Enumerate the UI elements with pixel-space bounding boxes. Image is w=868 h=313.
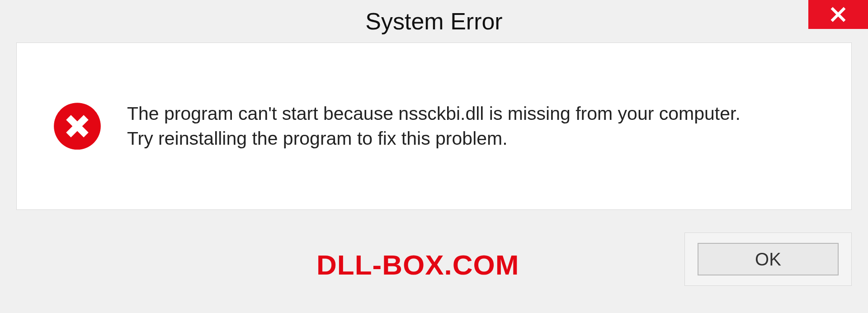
close-button[interactable] (808, 0, 868, 29)
footer-area: DLL-BOX.COM OK (0, 210, 868, 313)
ok-button[interactable]: OK (698, 243, 839, 275)
error-message-line1: The program can't start because nssckbi.… (127, 101, 741, 126)
titlebar: System Error (0, 0, 868, 43)
dialog-title: System Error (365, 8, 502, 35)
error-icon (53, 102, 102, 151)
button-bar: OK (684, 232, 852, 286)
content-panel: The program can't start because nssckbi.… (16, 43, 852, 210)
error-message: The program can't start because nssckbi.… (127, 101, 741, 152)
error-message-line2: Try reinstalling the program to fix this… (127, 126, 741, 151)
watermark-text: DLL-BOX.COM (316, 249, 519, 281)
close-icon (830, 6, 846, 23)
